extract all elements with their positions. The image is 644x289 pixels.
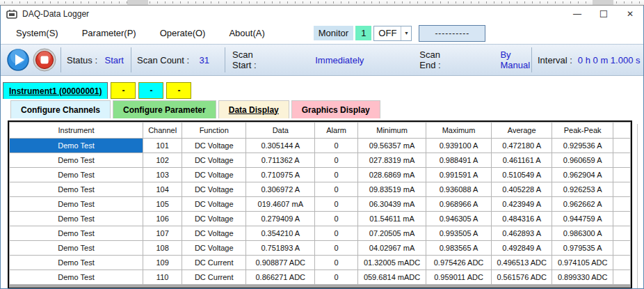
table-cell[interactable]: Demo Test <box>10 153 143 168</box>
table-cell[interactable]: 0.472180 A <box>491 139 552 153</box>
table-cell[interactable]: Demo Test <box>10 226 143 241</box>
table-cell[interactable]: DC Current <box>182 270 246 285</box>
table-cell[interactable]: 04.02967 mA <box>357 241 426 256</box>
instrument-tab-1[interactable]: Instrument1 (00000001) <box>3 82 108 99</box>
instrument-tab-placeholder[interactable]: - <box>111 82 136 99</box>
table-cell[interactable]: 0.926253 A <box>552 182 613 197</box>
table-cell[interactable]: 0.496513 ADC <box>491 256 552 270</box>
table-cell[interactable]: Demo Test <box>10 168 143 182</box>
table-cell[interactable]: Demo Test <box>10 197 143 212</box>
table-cell[interactable]: 107 <box>143 226 182 241</box>
table-cell[interactable]: 0.946305 A <box>426 212 492 226</box>
table-cell[interactable]: DC Voltage <box>182 241 246 256</box>
table-cell[interactable]: 0.561576 ADC <box>491 270 552 285</box>
table-cell[interactable]: DC Voltage <box>182 197 246 212</box>
tab-data-display[interactable]: Data Display <box>218 100 289 118</box>
table-cell[interactable]: 0.979535 A <box>552 241 613 256</box>
table-cell[interactable]: 109 <box>143 256 182 270</box>
dash-button[interactable]: ---------- <box>419 25 485 42</box>
table-cell[interactable]: 0 <box>315 241 358 256</box>
menu-about[interactable]: About(A) <box>220 25 273 41</box>
table-cell[interactable]: Demo Test <box>10 256 143 270</box>
table-cell[interactable]: 09.56357 mA <box>357 139 426 153</box>
table-cell[interactable] <box>613 197 630 212</box>
table-cell[interactable]: 0.908877 ADC <box>246 256 315 270</box>
column-header[interactable]: Channel <box>143 123 182 139</box>
table-cell[interactable]: 105 <box>143 197 182 212</box>
table-cell[interactable] <box>613 139 630 153</box>
table-cell[interactable]: DC Voltage <box>182 153 246 168</box>
table-cell[interactable]: 0.306972 A <box>246 182 315 197</box>
table-cell[interactable] <box>613 212 630 226</box>
table-cell[interactable]: 019.4607 mA <box>246 197 315 212</box>
table-cell[interactable]: 0.974105 ADC <box>552 256 613 270</box>
table-cell[interactable]: 0.866271 ADC <box>246 270 315 285</box>
table-cell[interactable]: 0.279409 A <box>246 212 315 226</box>
table-cell[interactable]: 0.354210 A <box>246 226 315 241</box>
table-cell[interactable]: DC Voltage <box>182 168 246 182</box>
table-cell[interactable]: 0 <box>315 182 358 197</box>
table-cell[interactable]: 0 <box>315 270 358 285</box>
column-header-empty[interactable] <box>613 123 630 139</box>
instrument-tab-placeholder[interactable]: - <box>166 82 191 99</box>
table-cell[interactable]: 01.54611 mA <box>357 212 426 226</box>
table-cell[interactable] <box>613 168 630 182</box>
tab-graphics-display[interactable]: Graphics Display <box>291 100 380 118</box>
table-cell[interactable]: 07.20505 mA <box>357 226 426 241</box>
menu-parameter[interactable]: Parameter(P) <box>74 25 145 41</box>
table-cell[interactable]: 0.899330 ADC <box>552 270 613 285</box>
table-cell[interactable] <box>613 270 630 285</box>
column-header[interactable]: Minimum <box>357 123 426 139</box>
table-cell[interactable]: Demo Test <box>10 182 143 197</box>
table-cell[interactable]: Demo Test <box>10 241 143 256</box>
table-cell[interactable]: 108 <box>143 241 182 256</box>
table-cell[interactable]: 0.986300 A <box>552 226 613 241</box>
menu-operate[interactable]: Operate(O) <box>152 25 214 41</box>
table-cell[interactable]: 0 <box>315 226 358 241</box>
table-cell[interactable]: 0.462893 A <box>491 226 552 241</box>
table-cell[interactable]: 09.83519 mA <box>357 182 426 197</box>
table-cell[interactable]: 059.6814 mADC <box>357 270 426 285</box>
table-cell[interactable]: 104 <box>143 182 182 197</box>
table-cell[interactable]: 0.510549 A <box>491 168 552 182</box>
table-cell[interactable]: 0.405228 A <box>491 182 552 197</box>
table-cell[interactable]: 0 <box>315 197 358 212</box>
table-cell[interactable]: Demo Test <box>10 139 143 153</box>
table-cell[interactable]: 0.711362 A <box>246 153 315 168</box>
table-cell[interactable]: 0 <box>315 212 358 226</box>
table-cell[interactable]: 027.8319 mA <box>357 153 426 168</box>
table-cell[interactable]: 0.929536 A <box>552 139 613 153</box>
close-button[interactable]: ✕ <box>617 6 643 22</box>
column-header[interactable]: Peak-Peak <box>552 123 613 139</box>
instrument-tab-placeholder[interactable]: - <box>138 82 163 99</box>
table-cell[interactable]: DC Voltage <box>182 212 246 226</box>
table-cell[interactable]: 106 <box>143 212 182 226</box>
table-cell[interactable]: 103 <box>143 168 182 182</box>
table-cell[interactable]: 0.988491 A <box>426 153 492 168</box>
table-cell[interactable]: DC Voltage <box>182 226 246 241</box>
stop-scan-button[interactable] <box>33 48 56 72</box>
table-cell[interactable]: Demo Test <box>10 212 143 226</box>
chevron-down-icon[interactable]: ▼ <box>401 26 411 40</box>
table-cell[interactable]: 0.962904 A <box>552 168 613 182</box>
table-cell[interactable]: 110 <box>143 270 182 285</box>
table-cell[interactable]: 101 <box>143 139 182 153</box>
table-cell[interactable]: 0.983565 A <box>426 241 492 256</box>
column-header[interactable]: Function <box>182 123 246 139</box>
table-cell[interactable]: 06.30439 mA <box>357 197 426 212</box>
table-cell[interactable] <box>613 153 630 168</box>
table-cell[interactable]: 0.936088 A <box>426 182 492 197</box>
table-cell[interactable]: DC Voltage <box>182 182 246 197</box>
table-cell[interactable]: 0.423949 A <box>491 197 552 212</box>
table-cell[interactable]: 0.968966 A <box>426 197 492 212</box>
table-cell[interactable]: Demo Test <box>10 270 143 285</box>
table-cell[interactable]: 0.993505 A <box>426 226 492 241</box>
table-cell[interactable]: 0 <box>315 256 358 270</box>
table-cell[interactable] <box>613 182 630 197</box>
table-cell[interactable]: 0.305144 A <box>246 139 315 153</box>
table-cell[interactable]: 0.962662 A <box>552 197 613 212</box>
maximize-button[interactable]: ☐ <box>590 6 617 22</box>
table-cell[interactable]: DC Current <box>182 256 246 270</box>
table-cell[interactable] <box>613 256 630 270</box>
table-cell[interactable]: 0.960659 A <box>552 153 613 168</box>
